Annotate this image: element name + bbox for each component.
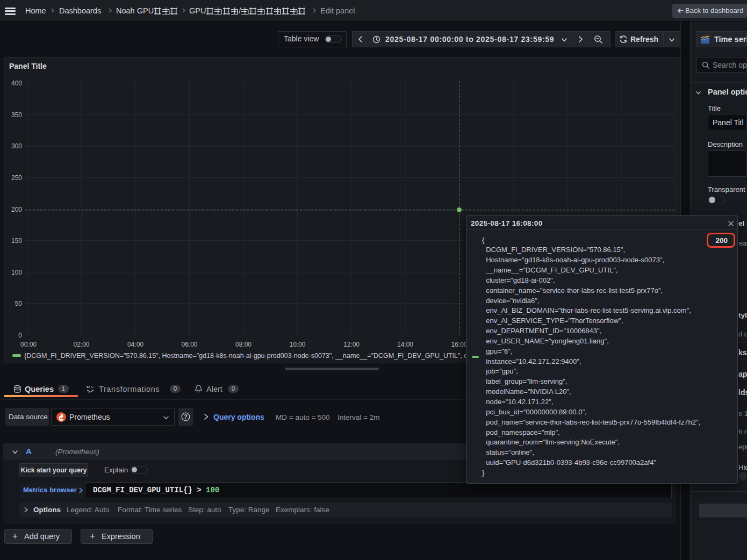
svg-text:08:00: 08:00 bbox=[235, 341, 252, 348]
svg-text:150: 150 bbox=[11, 237, 22, 245]
svg-text:350: 350 bbox=[11, 111, 22, 119]
svg-text:04:00: 04:00 bbox=[127, 341, 143, 348]
svg-text:00:00: 00:00 bbox=[20, 341, 37, 348]
svg-text:250: 250 bbox=[11, 174, 22, 182]
svg-text:06:00: 06:00 bbox=[181, 341, 197, 348]
svg-text:16:00: 16:00 bbox=[451, 341, 467, 348]
svg-text:12:00: 12:00 bbox=[343, 341, 360, 348]
svg-text:0: 0 bbox=[18, 332, 22, 339]
svg-text:400: 400 bbox=[11, 80, 22, 87]
svg-text:02:00: 02:00 bbox=[73, 341, 89, 348]
svg-text:300: 300 bbox=[11, 142, 22, 150]
svg-text:14:00: 14:00 bbox=[397, 341, 413, 348]
svg-text:100: 100 bbox=[11, 269, 22, 276]
svg-text:10:00: 10:00 bbox=[289, 341, 305, 348]
svg-text:50: 50 bbox=[15, 300, 23, 307]
svg-text:200: 200 bbox=[11, 206, 22, 213]
svg-text:?: ? bbox=[184, 414, 187, 420]
